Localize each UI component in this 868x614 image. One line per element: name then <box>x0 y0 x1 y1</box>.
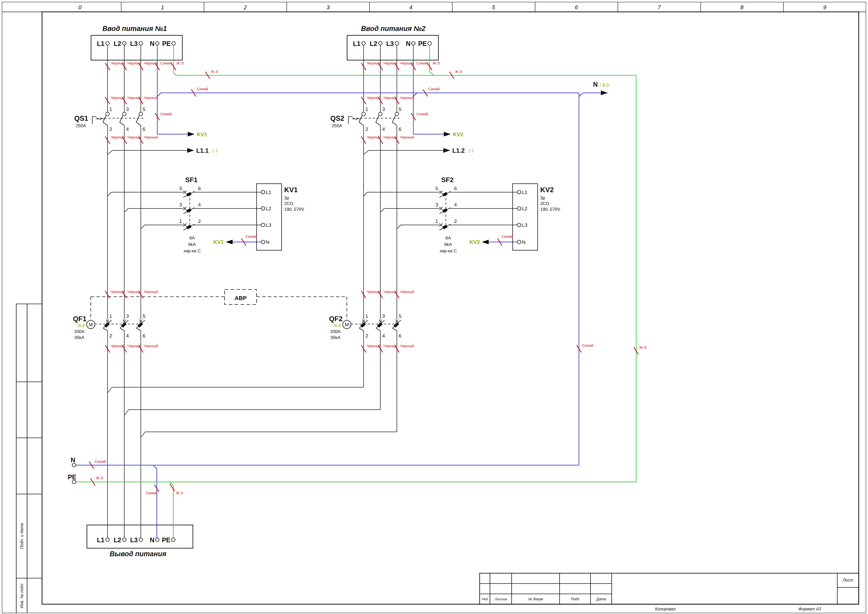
wire-color-label: Черный <box>367 61 381 65</box>
sf2-breaking: 6kA <box>444 242 452 247</box>
pole-number: 4 <box>382 126 385 132</box>
terminal-label: N <box>150 40 155 47</box>
qs2-rating: 250A <box>332 123 342 128</box>
qf1-breaker: QF1 /8.8 200A 35kA M <box>73 315 95 340</box>
wire-color-label: Синий <box>428 87 440 91</box>
kv2-coil-arrow <box>482 240 489 244</box>
kv2-coil-ref-label: KV2 <box>469 239 480 245</box>
kv1-arrow <box>188 132 195 137</box>
pole-number: 1 <box>435 219 438 224</box>
pole-number: 3 <box>382 107 385 112</box>
wire-color-label: Синий <box>160 61 172 65</box>
qs2-switch: QS2 250A <box>330 115 344 128</box>
sf-contact-arms <box>183 191 451 230</box>
qf2-motor-label: M <box>345 322 349 327</box>
terminal-label: L3 <box>130 40 138 47</box>
kv-terminal-label: L1 <box>522 190 527 195</box>
kv-terminal-label: L2 <box>266 206 271 211</box>
qs-contact-circles <box>106 112 399 116</box>
input1-border <box>91 35 182 60</box>
n-ref-label: N <box>593 81 598 88</box>
ruler-number: 1 <box>161 4 164 11</box>
pole-number: 5 <box>179 186 182 191</box>
pole-number: 4 <box>454 202 457 207</box>
ruler-number: 5 <box>492 4 495 11</box>
terminal-label: L1 <box>353 40 361 47</box>
pole-number: 2 <box>109 126 112 132</box>
sf1-current: 6A <box>189 236 195 241</box>
pole-number: 4 <box>198 202 201 207</box>
qf1-sheet-ref: /8.8 <box>78 323 85 328</box>
sidebar-sign-date-label: Подп. и дата <box>20 523 24 549</box>
kv1-coil-ref-label: KV1 <box>213 239 224 245</box>
avr-block: АВР <box>91 289 347 320</box>
wire-color-label: Синий <box>160 112 172 116</box>
rev-col-label: Дата <box>596 597 606 601</box>
rev-col-label: Ред <box>482 597 488 601</box>
qs-contact-arms <box>92 116 397 125</box>
qf1-current: 200A <box>74 329 85 334</box>
wire-color-label: Черный <box>127 61 141 65</box>
avr-label: АВР <box>235 295 246 301</box>
l12-sheet-label: / 7 <box>468 149 474 154</box>
rev-col-label: № докум <box>528 597 543 601</box>
wire-color-label: Ж-З <box>455 69 462 74</box>
kv-terminal-label: L3 <box>266 222 271 228</box>
pole-number: 4 <box>126 126 129 132</box>
wire-color-label: Черный <box>144 289 158 294</box>
l12-arrow <box>443 148 450 153</box>
wire-color-label: Ж-З <box>211 69 218 74</box>
pole-number: 2 <box>109 333 112 339</box>
terminal-label: PE <box>418 40 427 47</box>
qs1-rating: 250A <box>76 123 86 128</box>
ruler-number: 7 <box>657 4 661 11</box>
wire-color-label: Ж-З <box>176 491 183 495</box>
wire-color-label: Черный <box>111 95 124 100</box>
pole-number: 3 <box>126 314 129 319</box>
wire-color-label: Синий <box>146 491 157 495</box>
drawing-frame <box>42 12 859 604</box>
qf1-motor-label: M <box>89 322 93 327</box>
pole-number: 4 <box>126 333 129 339</box>
l11-arrow <box>187 148 194 153</box>
pole-number: 6 <box>143 333 146 339</box>
wire-color-label: Черный <box>367 344 381 348</box>
wire-color-label: Черный <box>111 61 124 65</box>
pole-number: 6 <box>399 126 401 132</box>
pole-number: 4 <box>382 333 385 339</box>
wire-color-label: Черный <box>127 95 141 100</box>
input1-box: Ввод питания №1 L1 L2 L3 N PE <box>91 25 182 60</box>
kv2-arrow <box>444 132 451 137</box>
kv1-label: KV1 <box>284 186 298 194</box>
pole-number: 2 <box>454 219 457 224</box>
pole-number: 2 <box>366 126 368 132</box>
l11-ref-label: L1.1 <box>196 147 209 154</box>
wire-color-label: Ж-З <box>432 61 440 65</box>
input2-border <box>347 35 439 60</box>
terminal-label: L3 <box>130 536 138 544</box>
kv1-poles: 3p <box>284 196 289 201</box>
wire-color-label: Черный <box>400 95 414 100</box>
kv2-ref-label: KV2 <box>453 131 463 137</box>
sheet-frame: 0 1 2 3 4 5 6 7 8 9 Подп. и дата Инв. № … <box>2 2 866 613</box>
wire-color-label: Черный <box>400 135 414 139</box>
wire-color-label: Черный <box>144 95 158 100</box>
pole-number: 5 <box>399 314 401 319</box>
wire-color-label: Черный <box>127 344 141 348</box>
qs1-switch: QS1 250A <box>74 115 88 128</box>
pole-number: 1 <box>366 107 368 112</box>
wire-color-label: Черный <box>144 61 158 65</box>
pole-number: 5 <box>399 107 401 112</box>
sidebar-inv-no-label: Инв. № подл <box>20 584 24 608</box>
kv-terminal-label: N <box>266 239 270 245</box>
n-sheet-arrow <box>601 90 608 95</box>
input2-title: Ввод питания №2 <box>361 25 425 33</box>
ruler-number: 2 <box>243 4 247 11</box>
qf-contact-bars <box>105 323 398 326</box>
wire-color-label: Синий <box>417 61 428 65</box>
terminal-label: L2 <box>114 536 121 544</box>
copied-label: Копировал <box>655 607 676 611</box>
pole-number: 3 <box>382 314 385 319</box>
terminal-label: L1 <box>97 536 104 544</box>
wire-color-label: Синий <box>245 234 257 239</box>
